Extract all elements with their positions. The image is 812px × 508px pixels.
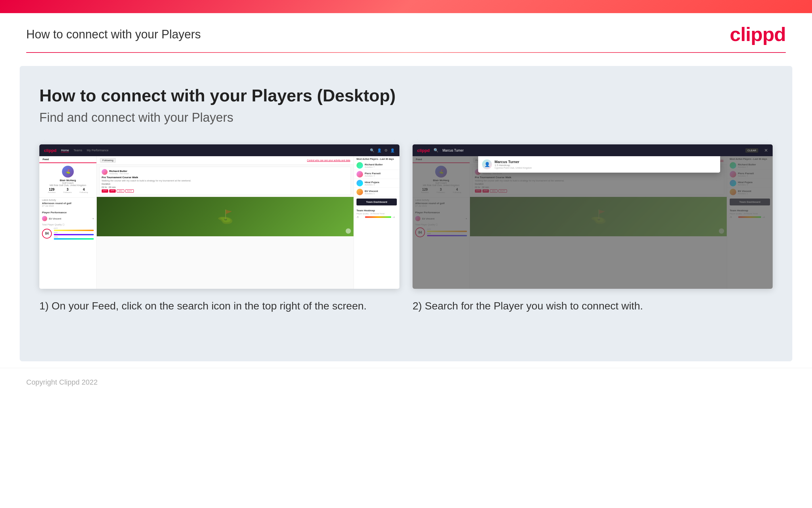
- golf-image-1: [97, 197, 353, 236]
- clear-btn-2[interactable]: CLEAR: [746, 148, 758, 153]
- search-result-avatar-2: 👤: [482, 160, 492, 169]
- activity-avatar-1: [102, 169, 107, 175]
- activity-title-1: Pre Tournament Course Walk: [102, 176, 349, 179]
- tag-app-1: APP: [109, 189, 116, 193]
- caret-icon-1: ▾: [93, 217, 94, 220]
- search-icon-1[interactable]: 🔍: [370, 148, 375, 153]
- quality-circle-1: 84: [42, 229, 52, 239]
- active-avatar-eli-1: [356, 189, 363, 195]
- active-player-hiral-1: Hiral Pujara Activities: 3: [354, 179, 399, 188]
- heatmap-bar-1: [365, 216, 391, 218]
- caption-1: 1) On your Feed, click on the search ico…: [39, 299, 399, 313]
- player-name-1: Eli Vincent: [49, 217, 91, 220]
- active-avatar-richard-1: [356, 162, 363, 169]
- app-logo-1: clippd: [44, 148, 56, 153]
- profile-stats-1: 129 Activities 3 Followers 4: [42, 186, 94, 195]
- settings-icon-1[interactable]: ⚙: [384, 148, 388, 153]
- screenshot-panel-1: clippd Home Teams My Performance 🔍 👤 ⚙ 👤: [39, 144, 399, 313]
- active-player-piers-1: Piers Parnell Activities: 4: [354, 170, 399, 179]
- active-player-eli-1: Eli Vincent Activities: 1: [354, 188, 399, 197]
- main-content: How to connect with your Players (Deskto…: [20, 66, 792, 361]
- middle-panel-1: Following Control who can see your activ…: [97, 156, 353, 289]
- nav-teams-1[interactable]: Teams: [74, 149, 82, 152]
- caption-2: 2) Search for the Player you wish to con…: [413, 299, 773, 313]
- search-query-2[interactable]: Marcus Turner: [442, 149, 463, 152]
- heatmap-row-1: -5 +5: [354, 216, 399, 219]
- player-avatar-1: [42, 216, 47, 221]
- activity-username-1: Richard Butler: [109, 170, 129, 173]
- team-dashboard-btn-1[interactable]: Team Dashboard: [356, 199, 397, 205]
- right-panel-1: Most Active Players - Last 30 days Richa…: [353, 156, 399, 289]
- app-logo-2: clippd: [417, 148, 430, 153]
- activity-card-1: Richard Butler Yesterday · The Grove Pre…: [99, 167, 351, 195]
- activity-duration-val-1: 02 hr : 00 min: [102, 186, 349, 188]
- most-active-title-1: Most Active Players - Last 30 days: [354, 156, 399, 161]
- stat-following-1: 4 Following: [80, 188, 88, 193]
- search-result-box-2: 👤 Marcus Turner 1.5 Handicap Cypress Poi…: [478, 156, 720, 173]
- app-body-1: Feed ⛳ Blair McHarg Golf Coach Mill Ride…: [39, 156, 399, 289]
- footer: Copyright Clippd 2022: [0, 368, 812, 396]
- activity-user-1: Richard Butler Yesterday · The Grove: [102, 169, 349, 175]
- page-title: How to connect with your Players: [26, 28, 201, 41]
- screenshot-frame-2: clippd 🔍 Marcus Turner CLEAR ✕ 👤: [413, 144, 773, 289]
- profile-avatar-1: ⛳: [62, 166, 74, 177]
- screenshots-row: clippd Home Teams My Performance 🔍 👤 ⚙ 👤: [39, 144, 773, 313]
- app-nav-1: clippd Home Teams My Performance 🔍 👤 ⚙ 👤: [39, 144, 399, 156]
- activity-duration-1: Duration: [102, 183, 349, 185]
- main-subtitle: Find and connect with your Players: [39, 111, 773, 125]
- header: How to connect with your Players clippd: [0, 13, 812, 52]
- stat-activities-1: 129 Activities: [48, 188, 56, 193]
- control-link-1[interactable]: Control who can see your activity and da…: [307, 159, 350, 162]
- active-player-richard-1: Richard Butler Activities: 7: [354, 161, 399, 170]
- activity-tags-1: OTT APP ARG PUTT: [102, 189, 349, 193]
- profile-role-1: Golf Coach: [42, 182, 94, 184]
- screenshot-frame-1: clippd Home Teams My Performance 🔍 👤 ⚙ 👤: [39, 144, 399, 289]
- activity-meta-1: Yesterday · The Grove: [109, 173, 129, 175]
- following-btn-1[interactable]: Following: [100, 158, 116, 163]
- player-row-1[interactable]: Eli Vincent ▾: [39, 215, 96, 222]
- tag-putt-1: PUTT: [125, 189, 134, 193]
- search-result-name-2: Marcus Turner: [494, 160, 532, 164]
- player-performance-label-1: Player Performance: [39, 209, 96, 215]
- logo: clippd: [730, 23, 786, 46]
- profile-icon-1[interactable]: 👤: [390, 148, 395, 153]
- copyright: Copyright Clippd 2022: [26, 378, 98, 386]
- tag-ott-1: OTT: [102, 189, 108, 193]
- profile-name-1: Blair McHarg: [42, 179, 94, 182]
- search-result-row-2[interactable]: 👤 Marcus Turner 1.5 Handicap Cypress Poi…: [482, 160, 716, 169]
- active-avatar-hiral-1: [356, 180, 363, 186]
- app-nav-2: clippd 🔍 Marcus Turner CLEAR ✕: [413, 144, 773, 156]
- header-divider: [26, 52, 786, 53]
- search-result-hc-2: 1.5 Handicap: [494, 164, 532, 167]
- activity-desc-1: Walking the course with my coach to buil…: [102, 179, 349, 182]
- search-icon-2[interactable]: 🔍: [434, 148, 438, 153]
- following-bar-1: Following Control who can see your activ…: [97, 156, 353, 165]
- profile-section-1: ⛳ Blair McHarg Golf Coach Mill Ride Golf…: [39, 163, 96, 198]
- feed-tab-1[interactable]: Feed: [39, 156, 96, 163]
- heatmap-sub-1: Player Quality · 20 Round Trend: [354, 213, 399, 216]
- nav-myperformance-1[interactable]: My Performance: [87, 149, 108, 152]
- active-avatar-piers-1: [356, 171, 363, 177]
- close-icon-2[interactable]: ✕: [764, 148, 768, 153]
- stat-followers-1: 3 Followers: [63, 188, 72, 193]
- person-icon-1[interactable]: 👤: [377, 148, 382, 153]
- nav-home-1[interactable]: Home: [61, 149, 69, 152]
- screenshot-panel-2: clippd 🔍 Marcus Turner CLEAR ✕ 👤: [413, 144, 773, 313]
- profile-club-1: Mill Ride Golf Club, United Kingdom: [42, 184, 94, 186]
- main-title: How to connect with your Players (Deskto…: [39, 86, 773, 105]
- quality-label-1: Total Player Quality ⓘ: [39, 222, 96, 227]
- tag-arg-1: ARG: [117, 189, 124, 193]
- heatmap-title-1: Team Heatmap: [354, 207, 399, 213]
- latest-date-1: 27 Jul 2022: [39, 205, 96, 209]
- top-gradient-bar: [0, 0, 812, 13]
- latest-activity-label-1: Latest Activity: [39, 198, 96, 202]
- nav-icons-1: 🔍 👤 ⚙ 👤: [370, 148, 395, 153]
- latest-activity-1: Afternoon round of golf: [39, 202, 96, 205]
- search-result-club-2: Cypress Point Club, United Kingdom: [494, 167, 532, 169]
- left-panel-1: Feed ⛳ Blair McHarg Golf Coach Mill Ride…: [39, 156, 97, 289]
